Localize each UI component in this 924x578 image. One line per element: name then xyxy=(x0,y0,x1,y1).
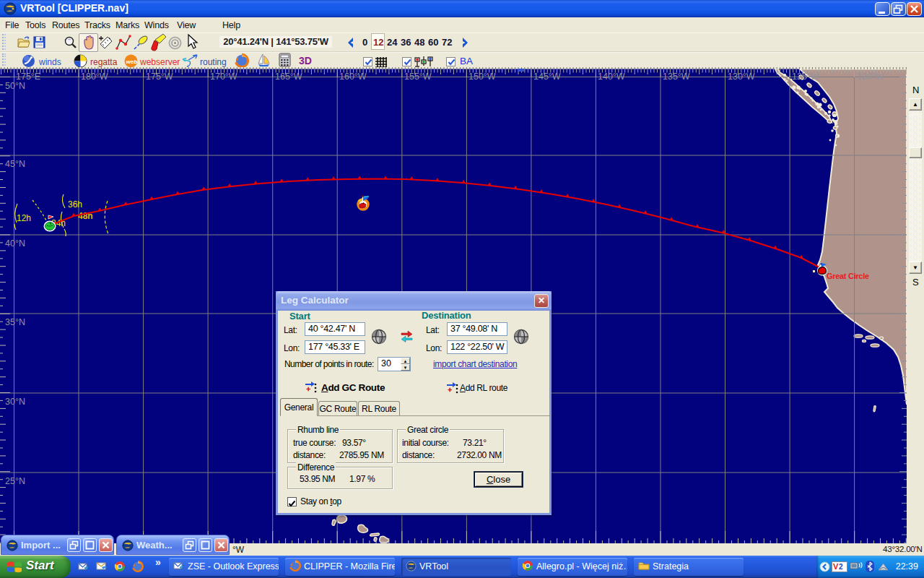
svg-text:36h: 36h xyxy=(68,199,82,210)
svg-text:30°N: 30°N xyxy=(5,397,25,407)
svg-text:160°W: 160°W xyxy=(339,72,367,82)
svg-text:125°W: 125°W xyxy=(792,72,819,82)
svg-text:140°W: 140°W xyxy=(598,72,625,82)
svg-text:25°N: 25°N xyxy=(5,476,25,486)
svg-text:150°W: 150°W xyxy=(468,72,496,82)
svg-text:40°N: 40°N xyxy=(5,238,25,249)
svg-text:12h: 12h xyxy=(17,213,31,223)
svg-text:180°W: 180°W xyxy=(81,72,108,82)
svg-text:web: web xyxy=(126,59,138,65)
svg-text:145°W: 145°W xyxy=(533,72,561,82)
svg-text:170°W: 170°W xyxy=(210,72,237,82)
svg-text:135°W: 135°W xyxy=(663,72,690,82)
svg-text:Great Circle: Great Circle xyxy=(827,272,869,280)
svg-text:50°N: 50°N xyxy=(5,81,25,91)
svg-text:35°N: 35°N xyxy=(5,317,25,327)
svg-text:45°N: 45°N xyxy=(5,159,25,169)
